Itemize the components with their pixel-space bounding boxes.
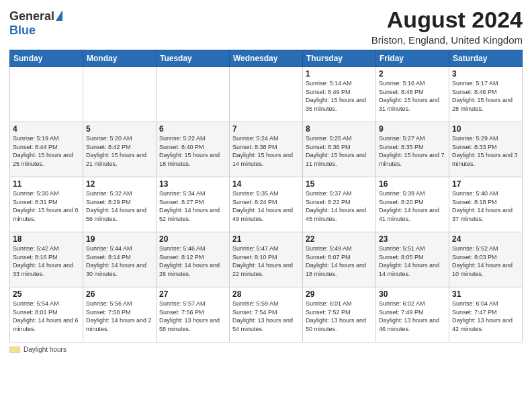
- calendar-table: SundayMondayTuesdayWednesdayThursdayFrid…: [9, 50, 523, 342]
- day-number: 4: [13, 124, 80, 134]
- calendar-cell: 24Sunrise: 5:52 AMSunset: 8:03 PMDayligh…: [449, 232, 523, 287]
- cell-info-text: Sunrise: 5:30 AMSunset: 8:31 PMDaylight:…: [13, 189, 80, 223]
- calendar-cell: 20Sunrise: 5:46 AMSunset: 8:12 PMDayligh…: [157, 232, 230, 287]
- weekday-header: Wednesday: [230, 50, 303, 67]
- calendar-cell: 3Sunrise: 5:17 AMSunset: 8:46 PMDaylight…: [449, 67, 523, 122]
- calendar-cell: 31Sunrise: 6:04 AMSunset: 7:47 PMDayligh…: [449, 287, 523, 342]
- calendar-cell: [230, 67, 303, 122]
- footer-label: Daylight hours: [24, 346, 66, 353]
- calendar-header-row: SundayMondayTuesdayWednesdayThursdayFrid…: [10, 50, 523, 67]
- calendar-week-row: 1Sunrise: 5:14 AMSunset: 8:49 PMDaylight…: [10, 67, 523, 122]
- cell-info-text: Sunrise: 5:54 AMSunset: 8:01 PMDaylight:…: [13, 300, 80, 333]
- calendar-cell: 6Sunrise: 5:22 AMSunset: 8:40 PMDaylight…: [157, 122, 230, 177]
- day-number: 22: [306, 234, 373, 244]
- cell-info-text: Sunrise: 5:59 AMSunset: 7:54 PMDaylight:…: [232, 300, 300, 333]
- calendar-cell: 22Sunrise: 5:49 AMSunset: 8:07 PMDayligh…: [303, 232, 376, 287]
- cell-info-text: Sunrise: 5:34 AMSunset: 8:27 PMDaylight:…: [159, 189, 226, 223]
- calendar-cell: 2Sunrise: 5:16 AMSunset: 8:48 PMDaylight…: [376, 67, 449, 122]
- cell-info-text: Sunrise: 5:49 AMSunset: 8:07 PMDaylight:…: [306, 244, 373, 278]
- cell-info-text: Sunrise: 5:37 AMSunset: 8:22 PMDaylight:…: [306, 189, 373, 223]
- day-number: 21: [232, 234, 300, 244]
- calendar-cell: 27Sunrise: 5:57 AMSunset: 7:56 PMDayligh…: [157, 287, 230, 342]
- calendar-week-row: 11Sunrise: 5:30 AMSunset: 8:31 PMDayligh…: [10, 177, 523, 232]
- calendar-cell: 13Sunrise: 5:34 AMSunset: 8:27 PMDayligh…: [157, 177, 230, 232]
- day-number: 7: [232, 124, 300, 134]
- calendar-cell: 9Sunrise: 5:27 AMSunset: 8:35 PMDaylight…: [376, 122, 449, 177]
- cell-info-text: Sunrise: 5:44 AMSunset: 8:14 PMDaylight:…: [86, 244, 153, 278]
- weekday-header: Monday: [83, 50, 157, 67]
- cell-info-text: Sunrise: 5:14 AMSunset: 8:49 PMDaylight:…: [306, 79, 373, 113]
- calendar-cell: 19Sunrise: 5:44 AMSunset: 8:14 PMDayligh…: [83, 232, 157, 287]
- calendar-cell: 25Sunrise: 5:54 AMSunset: 8:01 PMDayligh…: [10, 287, 83, 342]
- cell-info-text: Sunrise: 5:47 AMSunset: 8:10 PMDaylight:…: [232, 244, 300, 278]
- cell-info-text: Sunrise: 5:57 AMSunset: 7:56 PMDaylight:…: [159, 300, 226, 333]
- calendar-cell: 29Sunrise: 6:01 AMSunset: 7:52 PMDayligh…: [303, 287, 376, 342]
- calendar-cell: 14Sunrise: 5:35 AMSunset: 8:24 PMDayligh…: [230, 177, 303, 232]
- cell-info-text: Sunrise: 5:22 AMSunset: 8:40 PMDaylight:…: [159, 134, 226, 168]
- day-number: 20: [159, 234, 226, 244]
- calendar-week-row: 18Sunrise: 5:42 AMSunset: 8:16 PMDayligh…: [10, 232, 523, 287]
- weekday-header: Friday: [376, 50, 449, 67]
- day-number: 1: [306, 69, 373, 79]
- day-number: 26: [86, 289, 153, 299]
- day-number: 19: [86, 234, 153, 244]
- day-number: 8: [306, 124, 373, 134]
- logo-blue-text: Blue: [9, 24, 36, 38]
- calendar-cell: [83, 67, 157, 122]
- cell-info-text: Sunrise: 5:24 AMSunset: 8:38 PMDaylight:…: [232, 134, 300, 168]
- calendar-cell: 11Sunrise: 5:30 AMSunset: 8:31 PMDayligh…: [10, 177, 83, 232]
- calendar-cell: 1Sunrise: 5:14 AMSunset: 8:49 PMDaylight…: [303, 67, 376, 122]
- cell-info-text: Sunrise: 5:46 AMSunset: 8:12 PMDaylight:…: [159, 244, 226, 278]
- calendar-week-row: 25Sunrise: 5:54 AMSunset: 8:01 PMDayligh…: [10, 287, 523, 342]
- weekday-header: Saturday: [449, 50, 523, 67]
- day-number: 29: [306, 289, 373, 299]
- calendar-cell: 28Sunrise: 5:59 AMSunset: 7:54 PMDayligh…: [230, 287, 303, 342]
- cell-info-text: Sunrise: 6:02 AMSunset: 7:49 PMDaylight:…: [379, 300, 446, 333]
- calendar-cell: 16Sunrise: 5:39 AMSunset: 8:20 PMDayligh…: [376, 177, 449, 232]
- cell-info-text: Sunrise: 5:35 AMSunset: 8:24 PMDaylight:…: [232, 189, 300, 223]
- day-number: 15: [306, 179, 373, 189]
- cell-info-text: Sunrise: 5:17 AMSunset: 8:46 PMDaylight:…: [452, 79, 519, 113]
- calendar-cell: 8Sunrise: 5:25 AMSunset: 8:36 PMDaylight…: [303, 122, 376, 177]
- daylight-swatch: [9, 347, 20, 353]
- weekday-header: Thursday: [303, 50, 376, 67]
- day-number: 10: [452, 124, 519, 134]
- cell-info-text: Sunrise: 5:52 AMSunset: 8:03 PMDaylight:…: [452, 244, 519, 278]
- cell-info-text: Sunrise: 5:51 AMSunset: 8:05 PMDaylight:…: [379, 244, 446, 278]
- title-section: August 2024 Briston, England, United Kin…: [371, 7, 523, 46]
- day-number: 25: [13, 289, 80, 299]
- month-year-title: August 2024: [371, 7, 523, 33]
- logo-triangle-icon: [56, 10, 62, 21]
- calendar-cell: 5Sunrise: 5:20 AMSunset: 8:42 PMDaylight…: [83, 122, 157, 177]
- day-number: 23: [379, 234, 446, 244]
- cell-info-text: Sunrise: 5:32 AMSunset: 8:29 PMDaylight:…: [86, 189, 153, 223]
- weekday-header: Sunday: [10, 50, 83, 67]
- cell-info-text: Sunrise: 5:40 AMSunset: 8:18 PMDaylight:…: [452, 189, 519, 223]
- weekday-header: Tuesday: [157, 50, 230, 67]
- day-number: 16: [379, 179, 446, 189]
- day-number: 9: [379, 124, 446, 134]
- calendar-cell: 18Sunrise: 5:42 AMSunset: 8:16 PMDayligh…: [10, 232, 83, 287]
- day-number: 6: [159, 124, 226, 134]
- cell-info-text: Sunrise: 5:16 AMSunset: 8:48 PMDaylight:…: [379, 79, 446, 113]
- cell-info-text: Sunrise: 5:29 AMSunset: 8:33 PMDaylight:…: [452, 134, 519, 168]
- cell-info-text: Sunrise: 5:42 AMSunset: 8:16 PMDaylight:…: [13, 244, 80, 278]
- day-number: 13: [159, 179, 226, 189]
- calendar-cell: 15Sunrise: 5:37 AMSunset: 8:22 PMDayligh…: [303, 177, 376, 232]
- day-number: 24: [452, 234, 519, 244]
- cell-info-text: Sunrise: 5:19 AMSunset: 8:44 PMDaylight:…: [13, 134, 80, 168]
- cell-info-text: Sunrise: 5:39 AMSunset: 8:20 PMDaylight:…: [379, 189, 446, 223]
- logo-text: General: [9, 9, 62, 24]
- day-number: 5: [86, 124, 153, 134]
- page: General Blue August 2024 Briston, Englan…: [0, 0, 532, 411]
- calendar-cell: 30Sunrise: 6:02 AMSunset: 7:49 PMDayligh…: [376, 287, 449, 342]
- header-section: General Blue August 2024 Briston, Englan…: [9, 7, 523, 46]
- day-number: 30: [379, 289, 446, 299]
- cell-info-text: Sunrise: 5:25 AMSunset: 8:36 PMDaylight:…: [306, 134, 373, 168]
- calendar-cell: 12Sunrise: 5:32 AMSunset: 8:29 PMDayligh…: [83, 177, 157, 232]
- cell-info-text: Sunrise: 6:01 AMSunset: 7:52 PMDaylight:…: [306, 300, 373, 333]
- calendar-week-row: 4Sunrise: 5:19 AMSunset: 8:44 PMDaylight…: [10, 122, 523, 177]
- day-number: 12: [86, 179, 153, 189]
- calendar-cell: 4Sunrise: 5:19 AMSunset: 8:44 PMDaylight…: [10, 122, 83, 177]
- calendar-cell: 10Sunrise: 5:29 AMSunset: 8:33 PMDayligh…: [449, 122, 523, 177]
